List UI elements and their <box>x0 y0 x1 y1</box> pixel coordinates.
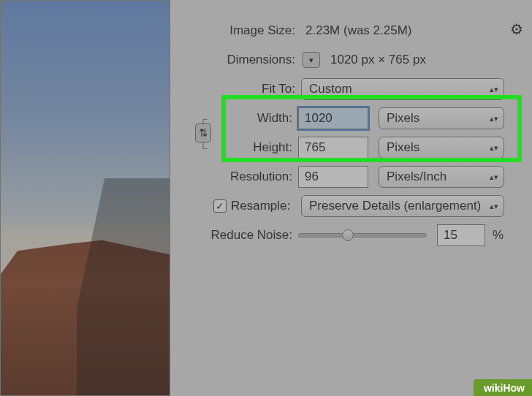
image-preview <box>0 0 170 396</box>
resample-checkbox[interactable]: ✓ <box>213 199 227 213</box>
resample-label: Resample: <box>231 199 301 213</box>
updown-icon: ▴▾ <box>490 145 498 151</box>
reduce-noise-slider[interactable] <box>298 233 427 237</box>
wikihow-watermark: wikiHow <box>474 379 532 396</box>
image-size-value: 2.23M (was 2.25M) <box>301 23 412 38</box>
width-unit-select[interactable]: Pixels ▴▾ <box>379 107 504 129</box>
resolution-unit-value: Pixels/Inch <box>387 170 446 184</box>
fit-to-value: Custom <box>309 82 352 96</box>
percent-label: % <box>493 228 503 243</box>
chevron-down-icon: ▾ <box>309 56 314 65</box>
reduce-noise-input[interactable]: 15 <box>437 224 485 246</box>
reduce-noise-label: Reduce Noise: <box>190 228 298 243</box>
fit-to-label: Fit To: <box>190 82 301 96</box>
dimensions-unit-toggle[interactable]: ▾ <box>303 52 320 68</box>
constrain-proportions-toggle[interactable]: ⇅ <box>195 123 211 142</box>
width-input[interactable]: 1020 <box>298 107 368 129</box>
updown-icon: ▴▾ <box>490 204 498 209</box>
resolution-input[interactable]: 96 <box>298 166 368 188</box>
height-input[interactable]: 765 <box>298 137 368 159</box>
image-size-label: Image Size: <box>190 23 301 38</box>
slider-thumb[interactable] <box>342 229 354 241</box>
dimensions-label: Dimensions: <box>190 53 301 67</box>
resample-method-select[interactable]: Preserve Details (enlargement) ▴▾ <box>301 195 504 217</box>
fit-to-select[interactable]: Custom ▴▾ <box>301 78 504 100</box>
resolution-label: Resolution: <box>190 170 298 184</box>
height-label: Height: <box>216 140 298 155</box>
width-label: Width: <box>216 111 298 126</box>
resolution-unit-select[interactable]: Pixels/Inch ▴▾ <box>379 166 504 188</box>
updown-icon: ▴▾ <box>490 175 498 180</box>
height-unit-value: Pixels <box>387 140 419 155</box>
updown-icon: ▴▾ <box>490 87 498 92</box>
width-unit-value: Pixels <box>387 111 419 126</box>
check-icon: ✓ <box>216 200 224 212</box>
image-size-dialog: ⚙ Image Size: 2.23M (was 2.25M) Dimensio… <box>0 0 532 396</box>
link-icon: ⇅ <box>199 126 208 140</box>
gear-icon[interactable]: ⚙ <box>510 20 523 38</box>
height-unit-select[interactable]: Pixels ▴▾ <box>379 137 504 159</box>
updown-icon: ▴▾ <box>490 116 498 121</box>
dimensions-value: 1020 px × 765 px <box>326 53 426 67</box>
resample-method-value: Preserve Details (enlargement) <box>309 199 481 213</box>
